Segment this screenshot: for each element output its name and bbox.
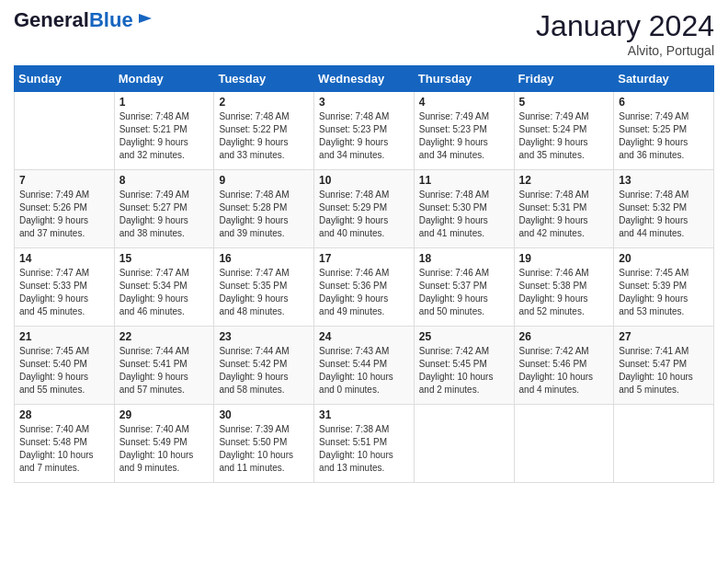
- cell-info: Sunrise: 7:49 AM Sunset: 5:24 PM Dayligh…: [519, 110, 609, 162]
- cell-info: Sunrise: 7:48 AM Sunset: 5:32 PM Dayligh…: [619, 189, 709, 240]
- day-number: 21: [19, 330, 109, 343]
- cell-info: Sunrise: 7:48 AM Sunset: 5:28 PM Dayligh…: [219, 189, 309, 240]
- day-number: 16: [219, 252, 309, 265]
- calendar-cell: 1Sunrise: 7:48 AM Sunset: 5:21 PM Daylig…: [114, 92, 214, 170]
- calendar-cell: 19Sunrise: 7:46 AM Sunset: 5:38 PM Dayli…: [514, 248, 614, 327]
- calendar-cell: [614, 405, 714, 483]
- calendar-cell: 7Sunrise: 7:49 AM Sunset: 5:26 PM Daylig…: [15, 170, 115, 248]
- calendar-cell: 16Sunrise: 7:47 AM Sunset: 5:35 PM Dayli…: [214, 248, 314, 327]
- cell-info: Sunrise: 7:39 AM Sunset: 5:50 PM Dayligh…: [219, 423, 309, 475]
- weekday-header: Monday: [114, 66, 214, 92]
- calendar-cell: 20Sunrise: 7:45 AM Sunset: 5:39 PM Dayli…: [614, 248, 714, 327]
- day-number: 17: [319, 252, 409, 265]
- calendar-cell: 10Sunrise: 7:48 AM Sunset: 5:29 PM Dayli…: [314, 170, 415, 248]
- calendar-cell: 2Sunrise: 7:48 AM Sunset: 5:22 PM Daylig…: [214, 92, 314, 170]
- cell-info: Sunrise: 7:49 AM Sunset: 5:25 PM Dayligh…: [619, 110, 709, 162]
- day-number: 14: [19, 252, 109, 265]
- calendar-cell: [514, 405, 614, 483]
- cell-info: Sunrise: 7:46 AM Sunset: 5:38 PM Dayligh…: [519, 267, 609, 318]
- weekday-header: Saturday: [614, 66, 714, 92]
- calendar-cell: 8Sunrise: 7:49 AM Sunset: 5:27 PM Daylig…: [114, 170, 214, 248]
- day-number: 8: [119, 174, 210, 187]
- day-number: 7: [19, 174, 109, 187]
- weekday-header: Thursday: [414, 66, 514, 92]
- cell-info: Sunrise: 7:45 AM Sunset: 5:40 PM Dayligh…: [19, 345, 109, 396]
- cell-info: Sunrise: 7:43 AM Sunset: 5:44 PM Dayligh…: [319, 345, 409, 396]
- calendar-cell: 14Sunrise: 7:47 AM Sunset: 5:33 PM Dayli…: [15, 248, 115, 327]
- day-number: 6: [619, 96, 709, 109]
- calendar-cell: 3Sunrise: 7:48 AM Sunset: 5:23 PM Daylig…: [314, 92, 415, 170]
- calendar-cell: [414, 405, 514, 483]
- cell-info: Sunrise: 7:48 AM Sunset: 5:21 PM Dayligh…: [119, 110, 210, 162]
- day-number: 9: [219, 174, 309, 187]
- cell-info: Sunrise: 7:40 AM Sunset: 5:48 PM Dayligh…: [19, 423, 109, 475]
- calendar-cell: 9Sunrise: 7:48 AM Sunset: 5:28 PM Daylig…: [214, 170, 314, 248]
- day-number: 2: [219, 96, 309, 109]
- calendar-week-row: 14Sunrise: 7:47 AM Sunset: 5:33 PM Dayli…: [15, 248, 714, 327]
- day-number: 10: [319, 174, 409, 187]
- day-number: 31: [319, 408, 409, 421]
- cell-info: Sunrise: 7:47 AM Sunset: 5:34 PM Dayligh…: [119, 267, 210, 318]
- title-block: January 2024 Alvito, Portugal: [536, 9, 714, 58]
- calendar-cell: 24Sunrise: 7:43 AM Sunset: 5:44 PM Dayli…: [314, 327, 415, 405]
- calendar-cell: 29Sunrise: 7:40 AM Sunset: 5:49 PM Dayli…: [114, 405, 214, 483]
- calendar-cell: 4Sunrise: 7:49 AM Sunset: 5:23 PM Daylig…: [414, 92, 514, 170]
- day-number: 11: [419, 174, 509, 187]
- calendar-week-row: 7Sunrise: 7:49 AM Sunset: 5:26 PM Daylig…: [15, 170, 714, 248]
- day-number: 12: [519, 174, 609, 187]
- cell-info: Sunrise: 7:42 AM Sunset: 5:45 PM Dayligh…: [419, 345, 509, 396]
- logo: GeneralBlue: [14, 9, 155, 31]
- location-subtitle: Alvito, Portugal: [536, 43, 714, 58]
- calendar-cell: 22Sunrise: 7:44 AM Sunset: 5:41 PM Dayli…: [114, 327, 214, 405]
- cell-info: Sunrise: 7:42 AM Sunset: 5:46 PM Dayligh…: [519, 345, 609, 396]
- cell-info: Sunrise: 7:49 AM Sunset: 5:27 PM Dayligh…: [119, 189, 210, 240]
- calendar-table: SundayMondayTuesdayWednesdayThursdayFrid…: [14, 65, 714, 483]
- day-number: 23: [219, 330, 309, 343]
- cell-info: Sunrise: 7:44 AM Sunset: 5:41 PM Dayligh…: [119, 345, 210, 396]
- day-number: 28: [19, 408, 109, 421]
- calendar-cell: 12Sunrise: 7:48 AM Sunset: 5:31 PM Dayli…: [514, 170, 614, 248]
- weekday-header: Tuesday: [214, 66, 314, 92]
- weekday-header: Wednesday: [314, 66, 415, 92]
- cell-info: Sunrise: 7:47 AM Sunset: 5:33 PM Dayligh…: [19, 267, 109, 318]
- cell-info: Sunrise: 7:49 AM Sunset: 5:26 PM Dayligh…: [19, 189, 109, 240]
- cell-info: Sunrise: 7:45 AM Sunset: 5:39 PM Dayligh…: [619, 267, 709, 318]
- cell-info: Sunrise: 7:48 AM Sunset: 5:30 PM Dayligh…: [419, 189, 509, 240]
- calendar-week-row: 21Sunrise: 7:45 AM Sunset: 5:40 PM Dayli…: [15, 327, 714, 405]
- weekday-header: Sunday: [15, 66, 115, 92]
- calendar-cell: 27Sunrise: 7:41 AM Sunset: 5:47 PM Dayli…: [614, 327, 714, 405]
- calendar-cell: 17Sunrise: 7:46 AM Sunset: 5:36 PM Dayli…: [314, 248, 415, 327]
- calendar-cell: 25Sunrise: 7:42 AM Sunset: 5:45 PM Dayli…: [414, 327, 514, 405]
- day-number: 25: [419, 330, 509, 343]
- day-number: 13: [619, 174, 709, 187]
- calendar-cell: 23Sunrise: 7:44 AM Sunset: 5:42 PM Dayli…: [214, 327, 314, 405]
- calendar-week-row: 1Sunrise: 7:48 AM Sunset: 5:21 PM Daylig…: [15, 92, 714, 170]
- cell-info: Sunrise: 7:44 AM Sunset: 5:42 PM Dayligh…: [219, 345, 309, 396]
- day-number: 1: [119, 96, 210, 109]
- day-number: 15: [119, 252, 210, 265]
- calendar-cell: 15Sunrise: 7:47 AM Sunset: 5:34 PM Dayli…: [114, 248, 214, 327]
- calendar-cell: 5Sunrise: 7:49 AM Sunset: 5:24 PM Daylig…: [514, 92, 614, 170]
- cell-info: Sunrise: 7:48 AM Sunset: 5:22 PM Dayligh…: [219, 110, 309, 162]
- day-number: 30: [219, 408, 309, 421]
- cell-info: Sunrise: 7:47 AM Sunset: 5:35 PM Dayligh…: [219, 267, 309, 318]
- cell-info: Sunrise: 7:49 AM Sunset: 5:23 PM Dayligh…: [419, 110, 509, 162]
- calendar-cell: 21Sunrise: 7:45 AM Sunset: 5:40 PM Dayli…: [15, 327, 115, 405]
- day-number: 22: [119, 330, 210, 343]
- calendar-cell: [15, 92, 115, 170]
- day-number: 19: [519, 252, 609, 265]
- logo-text: GeneralBlue: [14, 9, 133, 31]
- calendar-body: 1Sunrise: 7:48 AM Sunset: 5:21 PM Daylig…: [15, 92, 714, 483]
- calendar-week-row: 28Sunrise: 7:40 AM Sunset: 5:48 PM Dayli…: [15, 405, 714, 483]
- calendar-cell: 6Sunrise: 7:49 AM Sunset: 5:25 PM Daylig…: [614, 92, 714, 170]
- page-header: GeneralBlue January 2024 Alvito, Portuga…: [14, 9, 714, 58]
- cell-info: Sunrise: 7:48 AM Sunset: 5:29 PM Dayligh…: [319, 189, 409, 240]
- day-number: 29: [119, 408, 210, 421]
- day-number: 26: [519, 330, 609, 343]
- day-number: 18: [419, 252, 509, 265]
- svg-marker-0: [139, 14, 152, 23]
- month-title: January 2024: [536, 9, 714, 43]
- calendar-cell: 28Sunrise: 7:40 AM Sunset: 5:48 PM Dayli…: [15, 405, 115, 483]
- calendar-cell: 11Sunrise: 7:48 AM Sunset: 5:30 PM Dayli…: [414, 170, 514, 248]
- calendar-cell: 26Sunrise: 7:42 AM Sunset: 5:46 PM Dayli…: [514, 327, 614, 405]
